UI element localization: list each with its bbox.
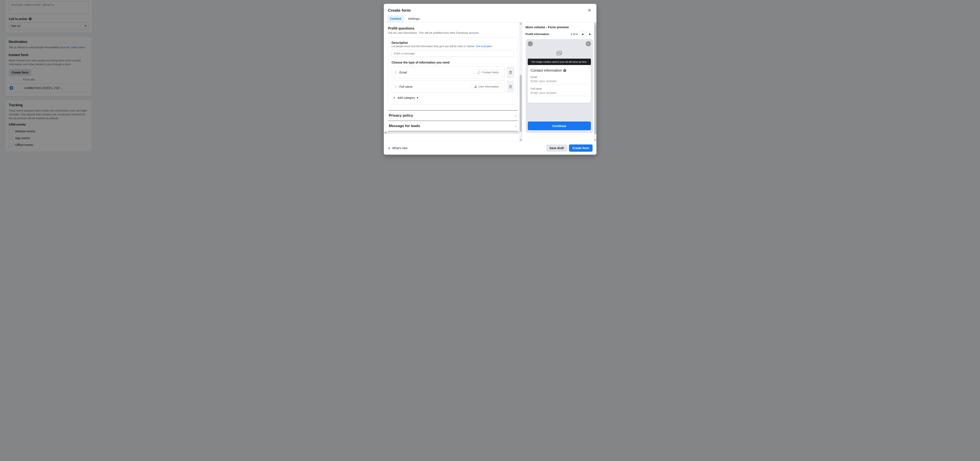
phone-preview: 〈 ✕ The image creative used in your ad w…: [526, 39, 593, 133]
prefill-heading: Prefill questions: [388, 27, 518, 30]
form-preview: More volume - Form preview Prefill infor…: [522, 22, 597, 141]
chevron-down-icon: ⌄: [514, 124, 517, 128]
form-builder: Prefill questions Ask for user informati…: [384, 22, 522, 141]
star-icon: ★: [388, 146, 391, 150]
preview-field-fullname: Full name Enter your answer.: [531, 87, 588, 96]
chevron-down-icon: ⌄: [514, 114, 517, 117]
preview-input[interactable]: Enter your answer.: [531, 91, 588, 96]
image-tooltip: The image creative used in your ad will …: [528, 59, 591, 65]
chevron-left-icon: 〈: [529, 42, 531, 46]
scroll-up-icon[interactable]: ▲: [519, 22, 522, 25]
preview-close-button[interactable]: ✕: [586, 41, 591, 46]
caret-right-icon: ▶: [589, 33, 591, 35]
chevron-down-icon: ▾: [417, 96, 418, 100]
preview-back-button[interactable]: 〈: [528, 41, 533, 46]
scroll-down-icon[interactable]: ▼: [594, 139, 597, 141]
see-examples-link[interactable]: See examples: [476, 45, 492, 48]
step-count: 2 of 4: [571, 33, 578, 36]
field-tag-contact[interactable]: Contact fields: [474, 70, 501, 75]
horizontal-scrollbar[interactable]: ◀ ▶: [384, 131, 522, 134]
image-icon: [556, 50, 563, 56]
scroll-up-icon[interactable]: ▲: [594, 22, 597, 25]
field-label: Full name: [399, 85, 469, 89]
field-row-fullname: Full name User information: [392, 81, 514, 93]
description-help: Let people know how the information they…: [392, 45, 514, 48]
close-icon: ✕: [587, 8, 591, 13]
preview-next-button[interactable]: ▶: [587, 31, 593, 37]
field-tag-user[interactable]: User information: [471, 84, 501, 89]
preview-vertical-scrollbar[interactable]: ▲ ▼: [594, 22, 597, 141]
builder-vertical-scrollbar[interactable]: ▲ ▼: [519, 22, 522, 141]
scroll-left-icon[interactable]: ◀: [384, 131, 387, 134]
field-label: Email: [399, 71, 472, 74]
tab-content[interactable]: Content: [387, 15, 404, 22]
prefill-card: Description Let people know how the info…: [388, 37, 518, 104]
info-icon: i: [563, 69, 566, 72]
delete-field-button[interactable]: [507, 66, 514, 78]
modal-overlay: Create form ✕ Content Settings Prefill q…: [0, 0, 980, 461]
close-icon: ✕: [587, 42, 589, 45]
scroll-down-icon[interactable]: ▼: [519, 139, 522, 141]
image-placeholder: [526, 48, 593, 59]
description-label: Description: [392, 41, 514, 44]
modal-footer: ★ What's new Save draft Create form: [384, 141, 597, 155]
chat-icon: [477, 71, 481, 74]
save-draft-button[interactable]: Save draft: [546, 144, 567, 152]
preview-field-email: Email Enter your answer.: [531, 76, 588, 84]
whats-new[interactable]: ★ What's new: [388, 146, 544, 150]
tab-settings[interactable]: Settings: [405, 15, 423, 22]
create-form-button[interactable]: Create form: [569, 144, 593, 152]
field-row-email: Email Contact fields: [392, 66, 514, 78]
choose-info-label: Choose the type of information you need: [392, 61, 514, 64]
modal-tabs: Content Settings: [384, 15, 597, 22]
preview-title: More volume - Form preview: [526, 25, 593, 29]
drag-handle-icon[interactable]: [395, 85, 397, 88]
accordion-message[interactable]: Message for leads ⌄: [388, 121, 518, 131]
modal-title: Create form: [388, 8, 411, 13]
drag-handle-icon[interactable]: [395, 71, 397, 74]
description-input[interactable]: [392, 50, 514, 57]
prefill-sub: Ask for user information. This will be p…: [388, 31, 518, 35]
accordion-privacy[interactable]: Privacy policy ⌄: [388, 110, 518, 121]
trash-icon: [509, 85, 512, 89]
preview-prev-button[interactable]: ◀: [579, 31, 585, 37]
preview-card-title: Contact information i: [531, 68, 588, 73]
close-button[interactable]: ✕: [587, 7, 592, 14]
preview-form-card: Contact information i Email Enter your a…: [528, 65, 591, 103]
preview-input[interactable]: Enter your answer.: [531, 79, 588, 84]
delete-field-button[interactable]: [507, 81, 514, 93]
preview-continue-button[interactable]: Continue: [528, 122, 591, 130]
user-icon: [474, 85, 477, 88]
create-form-modal: Create form ✕ Content Settings Prefill q…: [384, 4, 597, 155]
add-category-button[interactable]: ＋ Add category ▾: [392, 95, 419, 101]
trash-icon: [509, 71, 512, 74]
plus-icon: ＋: [393, 96, 396, 100]
preview-section-label: Prefill information: [526, 33, 549, 36]
caret-left-icon: ◀: [582, 33, 583, 35]
